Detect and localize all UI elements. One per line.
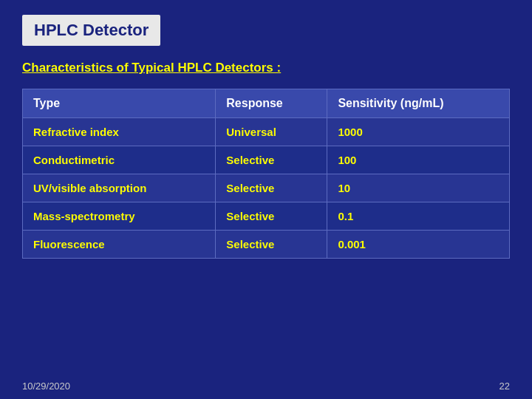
cell-type: Fluorescence <box>23 231 216 259</box>
col-header-response: Response <box>216 89 327 118</box>
cell-response: Selective <box>216 231 327 259</box>
cell-sensitivity: 0.001 <box>327 231 510 259</box>
table-row: FluorescenceSelective0.001 <box>23 231 510 259</box>
cell-sensitivity: 1000 <box>327 118 510 146</box>
detector-table: Type Response Sensitivity (ng/mL) Refrac… <box>22 89 510 259</box>
cell-type: Refractive index <box>23 118 216 146</box>
cell-type: UV/visible absorption <box>23 174 216 202</box>
cell-sensitivity: 10 <box>327 174 510 202</box>
table-row: UV/visible absorptionSelective10 <box>23 174 510 202</box>
cell-response: Selective <box>216 146 327 174</box>
table-row: Refractive indexUniversal1000 <box>23 118 510 146</box>
table-row: Mass-spectrometrySelective0.1 <box>23 202 510 231</box>
cell-type: Mass-spectrometry <box>23 202 216 231</box>
cell-sensitivity: 0.1 <box>327 202 510 231</box>
subtitle: Characteristics of Typical HPLC Detector… <box>22 61 510 75</box>
cell-response: Selective <box>216 202 327 231</box>
page-container: HPLC Detector Characteristics of Typical… <box>0 0 532 399</box>
cell-type: Conductimetric <box>23 146 216 174</box>
page-title: HPLC Detector <box>22 15 160 46</box>
table-header-row: Type Response Sensitivity (ng/mL) <box>23 89 510 118</box>
footer-date: 10/29/2020 <box>22 381 70 392</box>
col-header-type: Type <box>23 89 216 118</box>
table-row: ConductimetricSelective100 <box>23 146 510 174</box>
footer-page: 22 <box>499 381 510 392</box>
cell-response: Selective <box>216 174 327 202</box>
col-header-sensitivity: Sensitivity (ng/mL) <box>327 89 510 118</box>
cell-response: Universal <box>216 118 327 146</box>
cell-sensitivity: 100 <box>327 146 510 174</box>
